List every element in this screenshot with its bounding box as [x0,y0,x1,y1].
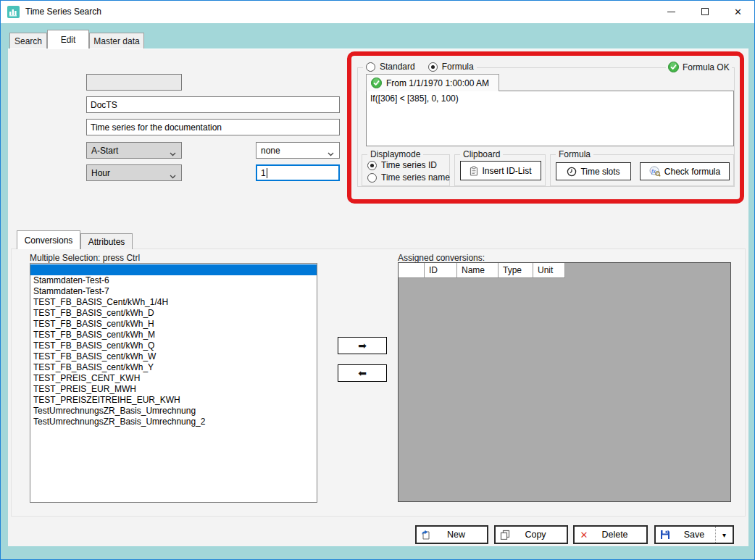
time-slots-label: Time slots [580,167,620,177]
column-header[interactable]: Name [457,263,499,278]
assign-button[interactable]: ➡ [338,337,387,354]
list-item[interactable]: TestUmrechnungsZR_Basis_Umrechnung [30,406,317,417]
radio-time-series-id[interactable]: Time series ID [367,160,437,170]
column-header[interactable]: Type [499,263,533,278]
list-item[interactable]: TestUmrechnungsZR_Basis_Umrechnung_2 [30,417,317,427]
tab-search[interactable]: Search [9,33,47,49]
chevron-down-icon [328,149,334,153]
copy-icon [496,530,514,540]
column-header[interactable]: Unit [533,263,565,278]
unit-value: none [261,146,280,156]
save-dropdown-button[interactable]: ▾ [715,527,733,543]
copy-button[interactable]: Copy [494,525,568,544]
list-item[interactable]: TEST_PREIS_EUR_MWH [30,384,317,395]
radio-standard-label: Standard [380,62,415,72]
list-item[interactable]: TEST_FB_BASIS_Cent/kWh_1/4H [30,297,317,308]
list-item[interactable] [30,264,317,275]
clipboard-icon [470,166,478,176]
list-item[interactable]: TEST_PREIS_CENT_KWH [30,373,317,384]
list-item[interactable]: TEST_FB_BASIS_cent/kWh_W [30,351,317,362]
check-circle-icon [371,78,382,88]
tab-conversions[interactable]: Conversions [17,230,80,249]
name-field[interactable]: DocTS [86,96,340,113]
save-button-label: Save [675,530,715,540]
insert-id-list-label: Insert ID-List [482,166,531,176]
radio-standard[interactable]: Standard [366,62,415,72]
radio-formula-label: Formula [442,62,474,72]
list-item[interactable]: TEST_FB_BASIS_cent/kWh_Q [30,340,317,351]
description-field[interactable]: Time series for the documentation [86,119,340,135]
interval-combobox[interactable]: Hour [86,164,182,181]
radio-time-series-name[interactable]: Time series name [367,172,450,183]
new-icon [417,530,435,540]
radio-standard-icon [366,62,375,72]
radio-time-series-id-icon [367,161,377,170]
title-bar[interactable]: Time Series Search ✕ [1,1,754,23]
formula-group-legend: Formula [556,149,593,159]
multi-select-hint: Multiple Selection: press Ctrl [30,253,140,263]
check-formula-button[interactable]: fx Check formula [640,162,730,180]
time-slots-button[interactable]: Time slots [556,162,631,180]
formula-period-label: From 1/1/1970 1:00:00 AM [386,78,489,88]
tab-attributes[interactable]: Attributes [80,233,133,249]
check-circle-icon [668,62,679,72]
radio-formula[interactable]: Formula [428,62,474,72]
delete-icon: ✕ [575,530,593,540]
maximize-button[interactable] [688,1,721,22]
app-logo-icon [7,6,20,18]
interval-length-value: 1 [261,168,266,178]
radio-time-series-name-label: Time series name [381,172,450,183]
unassign-button[interactable]: ⬅ [338,364,387,382]
unit-combobox[interactable]: none [256,142,340,159]
assigned-conversions-table[interactable]: IDNameTypeUnit [398,262,731,502]
list-item[interactable]: Stammdaten-Test-7 [30,286,317,297]
mode-radios: Standard Formula [363,62,477,72]
type-value: A-Start [91,146,118,156]
app-window: Time Series Search ✕ Search Edit Master … [0,0,755,560]
new-button[interactable]: New [415,525,488,544]
list-item[interactable]: TEST_FB_BASIS_cent/kWh_H [30,319,317,330]
text-caret [267,168,267,178]
radio-time-series-name-icon [367,173,377,183]
arrow-right-icon: ➡ [358,340,367,351]
list-item[interactable]: TEST_FB_BASIS_cent/kWh_M [30,330,317,340]
column-header[interactable] [399,263,425,278]
close-icon: ✕ [734,7,742,17]
column-header[interactable]: ID [425,263,457,278]
check-formula-icon: fx [649,166,661,177]
new-button-label: New [435,530,487,540]
copy-button-label: Copy [514,530,567,540]
close-button[interactable]: ✕ [722,1,754,22]
window-title: Time Series Search [25,7,101,17]
formula-status: Formula OK [666,62,732,72]
list-item[interactable]: TEST_PREISZEITREIHE_EUR_KWH [30,395,317,406]
chevron-down-icon [170,171,176,175]
list-item[interactable]: TEST_FB_BASIS_cent/kWh_Y [30,362,317,373]
minimize-icon [667,12,675,12]
clock-icon [567,167,577,177]
tab-edit[interactable]: Edit [47,30,89,49]
displaymode-legend: Displaymode [367,149,423,159]
delete-button-label: Delete [593,530,646,540]
formula-text: If([306] < [385], 0, 100) [370,93,459,104]
insert-id-list-button[interactable]: Insert ID-List [460,161,541,180]
arrow-left-icon: ⬅ [358,367,367,379]
formula-textarea[interactable]: If([306] < [385], 0, 100) [366,91,734,146]
id-field [86,74,182,91]
maximize-icon [701,8,709,15]
tab-master-data[interactable]: Master data [89,33,144,49]
conversions-listbox[interactable]: Stammdaten-Test-6Stammdaten-Test-7TEST_F… [30,263,317,503]
radio-formula-icon [428,62,438,72]
chevron-down-icon [170,149,176,153]
formula-period-tab[interactable]: From 1/1/1970 1:00:00 AM [366,74,499,91]
list-item[interactable]: TEST_FB_BASIS_cent/kWh_D [30,308,317,319]
clipboard-legend: Clipboard [460,149,503,159]
interval-length-field[interactable]: 1 [256,164,340,181]
save-button[interactable]: Save ▾ [654,525,734,544]
delete-button[interactable]: ✕ Delete [573,525,648,544]
list-item[interactable]: Stammdaten-Test-6 [30,275,317,286]
type-combobox[interactable]: A-Start [86,142,182,159]
minimize-button[interactable] [655,1,688,22]
radio-time-series-id-label: Time series ID [381,160,437,170]
save-icon [656,530,675,540]
